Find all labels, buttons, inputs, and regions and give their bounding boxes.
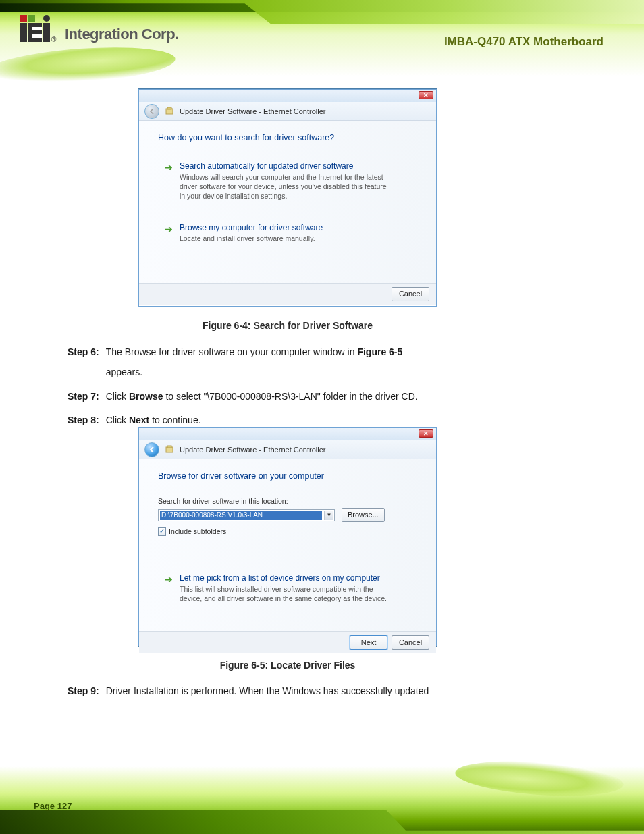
- cancel-button[interactable]: Cancel: [392, 635, 429, 650]
- registered-symbol: ®: [51, 36, 56, 43]
- titlebar: ✕: [139, 90, 436, 102]
- step-number: Step 9:: [68, 683, 99, 700]
- path-row: D:\7B000-000808-RS V1.0\3-LAN ▼ Browse..…: [158, 508, 417, 522]
- device-icon: [165, 107, 174, 116]
- close-button[interactable]: ✕: [419, 91, 433, 99]
- banner-stripe: [0, 810, 644, 834]
- brand-name: Integration Corp.: [65, 26, 179, 43]
- dialog-footer: Cancel: [139, 283, 436, 305]
- step-number: Step 8:: [68, 413, 99, 429]
- dialog-footer: Next Cancel: [139, 631, 436, 653]
- logo-mark: ®: [20, 15, 61, 43]
- step-text: Click Next to continue.: [106, 413, 201, 429]
- driver-path-combobox[interactable]: D:\7B000-000808-RS V1.0\3-LAN ▼: [158, 509, 335, 521]
- step-7: Step 7: Click Browse to select "\7B000-0…: [68, 389, 581, 405]
- titlebar: ✕: [139, 428, 436, 440]
- step-text: Click Browse to select "\7B000-000808-RS…: [106, 389, 418, 405]
- page-number: Page 127: [34, 801, 72, 811]
- page-footer-banner: Page 127: [0, 766, 644, 834]
- dialog-title: Update Driver Software - Ethernet Contro…: [180, 107, 325, 115]
- step-number: Step 6:: [68, 344, 99, 361]
- instruction-steps: Step 9: Driver Installation is performed…: [68, 683, 581, 700]
- option-description: This list will show installed driver sof…: [180, 584, 389, 603]
- option-title: Browse my computer for driver software: [180, 223, 323, 232]
- step-text: Driver Installation is performed. When t…: [106, 683, 429, 700]
- next-button[interactable]: Next: [350, 635, 387, 650]
- dialog-prompt: Browse for driver software on your compu…: [158, 471, 417, 481]
- step-number: Step 7:: [68, 389, 99, 405]
- step-9: Step 9: Driver Installation is performed…: [68, 683, 581, 700]
- step-text: The Browse for driver software on your c…: [106, 344, 403, 361]
- step-8: Step 8: Click Next to continue.: [68, 413, 581, 429]
- dialog-header: Update Driver Software - Ethernet Contro…: [139, 102, 436, 121]
- cancel-button[interactable]: Cancel: [392, 287, 429, 301]
- include-subfolders-checkbox[interactable]: ✓: [158, 527, 166, 536]
- instruction-steps: Step 6: The Browse for driver software o…: [68, 344, 581, 429]
- arrow-right-icon: ➔: [165, 574, 173, 603]
- option-description: Locate and install driver software manua…: [180, 234, 323, 243]
- step-6: Step 6: The Browse for driver software o…: [68, 344, 581, 361]
- dialog-search-driver: ✕ Update Driver Software - Ethernet Cont…: [138, 89, 437, 307]
- option-browse-computer[interactable]: ➔ Browse my computer for driver software…: [162, 220, 413, 246]
- arrow-left-icon: [148, 107, 156, 115]
- dialog-body: How do you want to search for driver sof…: [139, 121, 436, 283]
- document-title: IMBA-Q470 ATX Motherboard: [444, 35, 603, 49]
- include-subfolders-row: ✓ Include subfolders: [158, 527, 417, 536]
- back-button[interactable]: [144, 442, 159, 457]
- step-text: appears.: [106, 365, 142, 381]
- figure-label: Figure 6-5: Locate Driver Files: [138, 658, 437, 674]
- step-6-cont: Step 6: appears.: [68, 365, 581, 381]
- option-description: Windows will search your computer and th…: [180, 172, 389, 201]
- close-button[interactable]: ✕: [419, 429, 433, 438]
- back-button[interactable]: [144, 104, 159, 119]
- svg-rect-3: [167, 446, 171, 448]
- figure-label: Figure 6-4: Search for Driver Software: [138, 318, 437, 334]
- option-title: Let me pick from a list of device driver…: [180, 573, 389, 583]
- arrow-right-icon: ➔: [165, 162, 173, 201]
- option-search-auto[interactable]: ➔ Search automatically for updated drive…: [162, 159, 413, 204]
- dialog-body: Browse for driver software on your compu…: [139, 459, 436, 631]
- svg-rect-1: [167, 107, 171, 109]
- dialog-title: Update Driver Software - Ethernet Contro…: [180, 446, 325, 454]
- dialog-browse-driver: ✕ Update Driver Software - Ethernet Cont…: [138, 427, 437, 646]
- chevron-down-icon[interactable]: ▼: [324, 511, 333, 520]
- checkbox-label: Include subfolders: [169, 527, 226, 536]
- field-label: Search for driver software in this locat…: [158, 497, 417, 505]
- path-value: D:\7B000-000808-RS V1.0\3-LAN: [160, 511, 322, 520]
- dialog-header: Update Driver Software - Ethernet Contro…: [139, 440, 436, 459]
- browse-button[interactable]: Browse...: [342, 508, 385, 522]
- brand-logo: ® Integration Corp.: [20, 15, 179, 43]
- arrow-right-icon: ➔: [165, 224, 173, 243]
- banner-swoosh: [0, 42, 176, 88]
- arrow-left-icon: [148, 446, 156, 454]
- dialog-prompt: How do you want to search for driver sof…: [158, 133, 417, 142]
- option-title: Search automatically for updated driver …: [180, 161, 389, 171]
- device-icon: [165, 445, 174, 454]
- banner-swoosh: [454, 756, 625, 800]
- option-pick-from-list[interactable]: ➔ Let me pick from a list of device driv…: [162, 571, 413, 606]
